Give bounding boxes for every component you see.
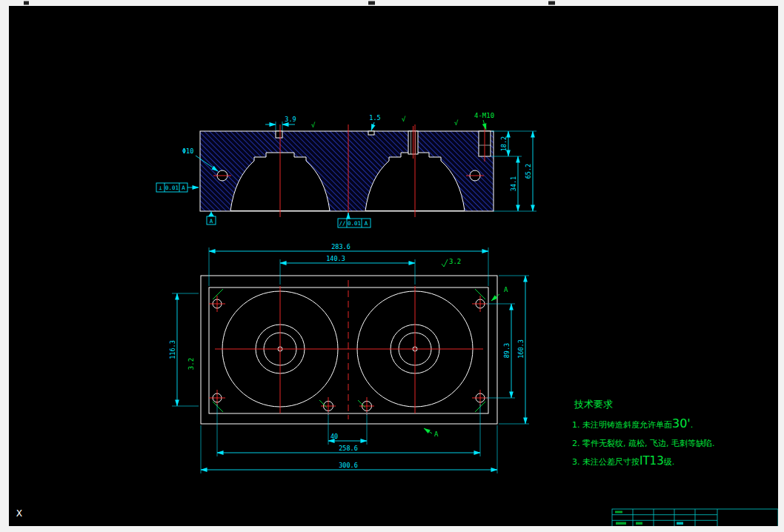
roughness-top: 3.2 [442,258,461,267]
titleblock-text-mark [636,522,642,525]
svg-text:0.01: 0.01 [348,220,361,227]
plate-outer-outline [201,276,497,424]
frame-tick [548,1,555,5]
titleblock-text-mark [616,522,626,525]
cursor-label: X [16,508,22,519]
window-frame [0,0,784,532]
svg-text:A: A [182,184,185,191]
svg-text:34.1: 34.1 [510,176,517,191]
roughness-icon: √ [454,119,459,127]
svg-text:18.2: 18.2 [500,136,508,151]
dim-step: 1.5 [369,114,380,130]
roughness-icon: √ [402,116,406,123]
dim-counterbore-depth: 18.2 [491,131,536,156]
frame-tick [24,1,29,5]
svg-text:3.2: 3.2 [187,358,195,370]
svg-text:258.6: 258.6 [339,445,358,452]
svg-text:0.01: 0.01 [165,184,179,191]
dim-inner-width: 283.6 [209,243,488,286]
dim-inner-height: 116.3 [169,293,199,406]
svg-text:160.3: 160.3 [517,339,525,359]
frame-tick [368,1,375,5]
top-notch [276,131,282,138]
dim-bolt-span: 258.6 [217,404,480,456]
svg-text:Φ10: Φ10 [182,147,193,155]
dim-notch-width: 3.9 [265,116,296,130]
svg-text:40: 40 [330,433,338,440]
tech-req-item-1: 1. 未注明铸造斜度允许单面30'. [572,416,693,430]
dim-hole-row-spacing: 89.3 [486,304,515,398]
technical-requirements: 技术要求 1. 未注明铸造斜度允许单面30'. 2. 零件无裂纹, 疏松, 飞边… [572,399,714,468]
plan-view: 283.6 140.3 116.3 160.3 89.3 [169,243,529,473]
tech-req-item-3: 3. 未注公差尺寸按IT13级. [572,454,674,468]
svg-text:140.3: 140.3 [326,255,345,262]
drawing-canvas[interactable]: 3.9 1.5 4-M10 18.2 34.1 65.2 [0,0,784,532]
corner-holes [209,296,488,406]
cad-window: 3.9 1.5 4-M10 18.2 34.1 65.2 [0,0,784,532]
svg-text:116.3: 116.3 [169,340,176,359]
titleblock-text-mark [615,511,622,513]
svg-text://: // [339,220,345,227]
svg-text:300.6: 300.6 [339,462,358,469]
fcf-parallelism: // 0.01 A [338,213,371,227]
svg-text:65.2: 65.2 [525,164,532,179]
svg-text:A: A [434,430,439,438]
svg-text:A: A [210,218,213,225]
svg-text:283.6: 283.6 [331,243,351,250]
svg-text:3.9: 3.9 [285,116,296,123]
svg-text:⊥: ⊥ [159,184,162,191]
label-tapped-holes: 4-M10 [474,112,494,130]
tech-req-item-2: 2. 零件无裂纹, 疏松, 飞边, 毛刺等缺陷. [572,439,714,448]
plan-centerlines [215,280,483,419]
dim-small-hole-spacing: 40 [328,412,367,445]
svg-text:A: A [504,286,508,293]
bottom-holes [321,397,374,415]
dim-bore-spacing: 140.3 [280,255,415,285]
svg-text:1.5: 1.5 [369,114,380,122]
section-view: 3.9 1.5 4-M10 18.2 34.1 65.2 [156,112,536,227]
svg-text:4-M10: 4-M10 [474,112,494,119]
top-step [368,131,374,135]
svg-text:A: A [365,220,368,227]
tech-req-title: 技术要求 [574,399,613,410]
datum-flag: A [207,211,216,225]
corner-chamfer-marks [213,289,485,412]
svg-text:89.3: 89.3 [503,343,511,358]
titleblock-text-mark [677,522,683,525]
plate-inner-outline [209,287,488,413]
roughness-left: 3.2 [187,358,195,370]
svg-text:3.2: 3.2 [449,258,461,265]
roughness-icon: √ [311,122,316,129]
fcf-perpendicularity: ⊥ 0.01 A [156,183,199,192]
section-mark-top: A [491,286,508,301]
dim-cavity-depth: 34.1 [510,156,518,211]
section-mark-bottom: A [424,428,439,438]
